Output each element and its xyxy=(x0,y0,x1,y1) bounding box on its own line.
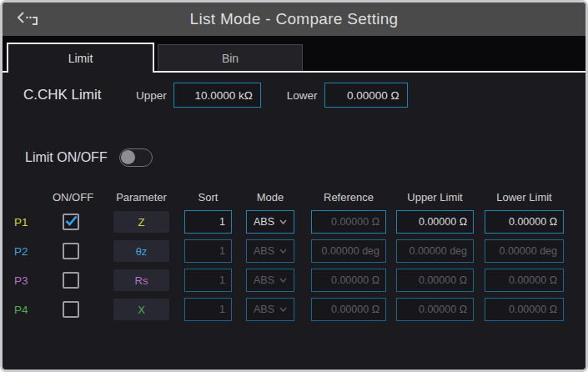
chevron-down-icon xyxy=(279,278,287,283)
chevron-down-icon xyxy=(279,307,287,312)
upper-limit-input-p3: 0.00000 Ω xyxy=(396,269,474,292)
toggle-knob xyxy=(121,150,135,164)
row-label-p2: P2 xyxy=(3,245,44,258)
sort-input-p3: 1 xyxy=(184,269,232,292)
limit-onoff-row: Limit ON/OFF xyxy=(3,148,585,168)
header-onoff: ON/OFF xyxy=(53,191,89,204)
chevron-down-icon xyxy=(279,249,287,254)
onoff-checkbox-p1[interactable] xyxy=(63,214,79,230)
header-sort: Sort xyxy=(184,191,232,204)
reference-input-p4: 0.00000 Ω xyxy=(311,298,386,321)
cchk-limit-label: C.CHK Limit xyxy=(23,87,123,103)
header-upper-limit: Upper Limit xyxy=(396,191,474,204)
cchk-lower-input[interactable]: 0.00000 Ω xyxy=(324,83,408,108)
tab-strip: Limit Bin xyxy=(3,36,585,71)
tab-limit[interactable]: Limit xyxy=(7,43,154,73)
parameter-button-p2[interactable]: θz xyxy=(113,240,169,262)
parameter-button-p1[interactable]: Z xyxy=(113,211,169,233)
row-label-p1: P1 xyxy=(3,216,44,229)
sort-input-p1[interactable]: 1 xyxy=(184,210,232,234)
row-label-p4: P4 xyxy=(3,304,44,316)
reference-input-p2: 0.00000 deg xyxy=(311,239,386,263)
table-row-p3: P3 Rs 1 ABS 0.00000 Ω 0.00000 Ω 0.00000 … xyxy=(3,269,585,292)
page-title: List Mode - Compare Setting xyxy=(190,10,399,28)
sort-input-p2: 1 xyxy=(184,239,232,263)
parameter-button-p4[interactable]: X xyxy=(113,299,169,320)
reference-input-p1: 0.00000 Ω xyxy=(311,210,386,234)
checkmark-icon xyxy=(65,214,78,229)
parameter-button-p3[interactable]: Rs xyxy=(113,269,169,291)
table-row-p1: P1 Z 1 ABS 0.00000 Ω 0.00000 Ω 0.00000 Ω xyxy=(3,210,585,234)
upper-limit-input-p4: 0.00000 Ω xyxy=(396,298,474,321)
compare-setting-window: List Mode - Compare Setting Limit Bin C.… xyxy=(0,0,588,372)
table-header-row: ON/OFF Parameter Sort Mode Reference Upp… xyxy=(3,189,585,204)
header-lower-limit: Lower Limit xyxy=(485,191,564,204)
limit-onoff-toggle[interactable] xyxy=(119,148,153,167)
compare-table: ON/OFF Parameter Sort Mode Reference Upp… xyxy=(3,189,585,321)
mode-select-p1[interactable]: ABS xyxy=(246,210,294,234)
header-parameter: Parameter xyxy=(113,191,169,204)
tab-bin[interactable]: Bin xyxy=(158,44,303,71)
table-row-p4: P4 X 1 ABS 0.00000 Ω 0.00000 Ω 0.00000 Ω xyxy=(3,298,585,321)
cchk-limit-row: C.CHK Limit Upper 10.0000 kΩ Lower 0.000… xyxy=(3,83,585,108)
upper-limit-input-p1[interactable]: 0.00000 Ω xyxy=(396,210,474,234)
row-label-p3: P3 xyxy=(3,274,44,287)
chevron-down-icon xyxy=(279,219,287,224)
cchk-upper-input[interactable]: 10.0000 kΩ xyxy=(173,83,261,108)
limit-onoff-label: Limit ON/OFF xyxy=(25,150,108,165)
onoff-checkbox-p4[interactable] xyxy=(63,301,79,318)
sort-input-p4: 1 xyxy=(184,298,232,321)
onoff-checkbox-p2[interactable] xyxy=(63,243,79,259)
title-bar: List Mode - Compare Setting xyxy=(3,3,585,36)
lower-limit-input-p2: 0.00000 deg xyxy=(485,239,564,263)
back-icon xyxy=(16,9,39,30)
header-reference: Reference xyxy=(311,191,386,204)
upper-limit-input-p2: 0.00000 deg xyxy=(396,239,474,263)
mode-select-p4: ABS xyxy=(246,298,294,321)
table-row-p2: P2 θz 1 ABS 0.00000 deg 0.00000 deg 0.00… xyxy=(3,239,585,263)
cchk-upper-label: Upper xyxy=(136,89,167,102)
reference-input-p3: 0.00000 Ω xyxy=(311,269,386,292)
cchk-lower-label: Lower xyxy=(287,89,318,102)
mode-select-p3: ABS xyxy=(246,269,294,292)
back-button[interactable] xyxy=(16,9,41,29)
mode-select-p2: ABS xyxy=(246,239,294,263)
lower-limit-input-p1[interactable]: 0.00000 Ω xyxy=(485,210,564,234)
lower-limit-input-p4: 0.00000 Ω xyxy=(485,298,564,321)
header-mode: Mode xyxy=(246,191,294,204)
lower-limit-input-p3: 0.00000 Ω xyxy=(485,269,564,292)
onoff-checkbox-p3[interactable] xyxy=(63,272,79,289)
